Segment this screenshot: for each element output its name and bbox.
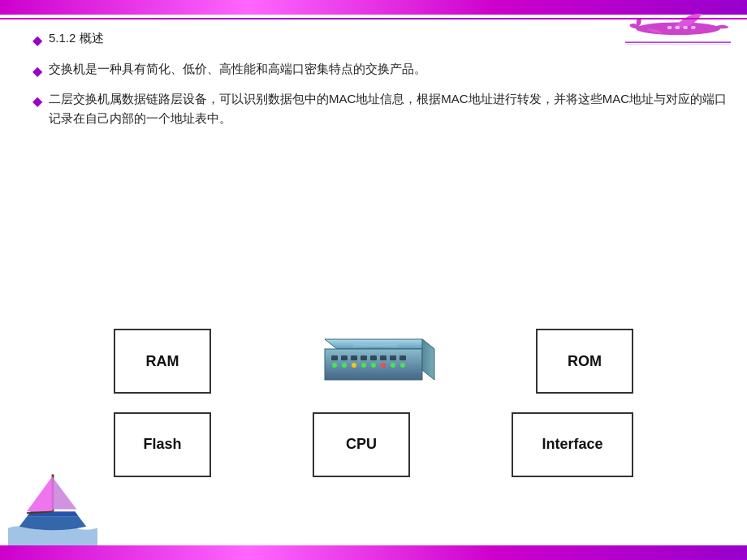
diagram-row-top: RAM — [49, 327, 698, 396]
svg-rect-11 — [341, 355, 348, 360]
item-text: 交换机是一种具有简化、低价、高性能和高端口密集特点的交换产品。 — [49, 59, 426, 79]
flash-box: Flash — [114, 412, 211, 477]
svg-marker-7 — [325, 339, 434, 349]
svg-rect-16 — [390, 355, 396, 360]
ram-label: RAM — [146, 353, 179, 370]
svg-point-20 — [352, 363, 356, 368]
svg-rect-15 — [380, 355, 386, 360]
bullet-icon: ◆ — [32, 30, 42, 51]
cpu-box: CPU — [313, 412, 410, 477]
svg-point-25 — [400, 363, 405, 368]
svg-point-18 — [332, 363, 337, 368]
interface-label: Interface — [542, 436, 602, 453]
bullet-icon: ◆ — [32, 61, 42, 82]
svg-marker-30 — [53, 477, 76, 509]
item-text: 5.1.2 概述 — [49, 28, 104, 48]
diagram-row-bottom: Flash CPU Interface — [49, 412, 698, 477]
list-item: ◆ 交换机是一种具有简化、低价、高性能和高端口密集特点的交换产品。 — [32, 59, 731, 82]
svg-point-24 — [391, 363, 395, 368]
svg-point-19 — [342, 363, 347, 368]
bullet-icon: ◆ — [32, 91, 42, 112]
svg-rect-12 — [351, 355, 357, 360]
svg-point-21 — [361, 363, 366, 368]
flash-label: Flash — [143, 436, 181, 453]
svg-rect-17 — [399, 355, 406, 360]
switch-icon — [309, 327, 438, 396]
item-text: 二层交换机属数据链路层设备，可以识别数据包中的MAC地址信息，根据MAC地址进行… — [49, 89, 731, 128]
cpu-label: CPU — [346, 436, 377, 453]
rom-box: ROM — [536, 329, 633, 394]
svg-point-23 — [381, 363, 386, 368]
svg-rect-14 — [370, 355, 377, 360]
svg-marker-9 — [422, 339, 434, 380]
list-item: ◆ 5.1.2 概述 — [32, 28, 731, 51]
bullet-list: ◆ 5.1.2 概述 ◆ 交换机是一种具有简化、低价、高性能和高端口密集特点的交… — [32, 28, 731, 128]
svg-marker-29 — [27, 476, 53, 511]
ram-box: RAM — [114, 329, 211, 394]
diagram-area: RAM — [49, 268, 698, 536]
svg-point-22 — [371, 363, 376, 368]
svg-rect-13 — [361, 355, 367, 360]
separator-line — [0, 18, 747, 19]
interface-box: Interface — [512, 412, 633, 477]
bottom-gradient-bar — [0, 545, 747, 560]
sailboat-decoration — [8, 461, 97, 550]
svg-rect-10 — [331, 355, 338, 360]
rom-label: ROM — [568, 353, 602, 370]
list-item: ◆ 二层交换机属数据链路层设备，可以识别数据包中的MAC地址信息，根据MAC地址… — [32, 89, 731, 128]
